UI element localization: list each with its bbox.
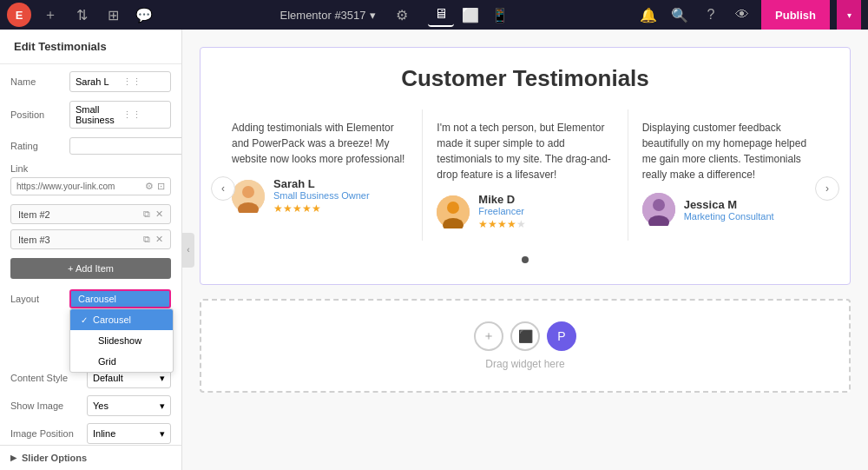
name-label: Name: [10, 76, 62, 87]
drag-widget-text: Drag widget here: [485, 358, 564, 370]
slider-options-footer[interactable]: Slider Options: [0, 445, 181, 470]
svg-point-7: [653, 199, 665, 211]
layout-option-slideshow[interactable]: Slideshow: [70, 330, 173, 351]
testimonial-footer-2: Mike D Freelancer ★★★★★: [437, 193, 613, 230]
drag-widget-area[interactable]: ＋ ⬛ P Drag widget here: [200, 299, 851, 393]
desktop-btn[interactable]: 🖥: [428, 3, 454, 27]
testimonial-role-1: Small Business Owner: [273, 190, 370, 201]
testimonial-text-2: I'm not a tech person, but Elementor mad…: [437, 120, 613, 182]
testimonial-card-1: Adding testimonials with Elementor and P…: [218, 109, 423, 241]
testimonial-card-2: I'm not a tech person, but Elementor mad…: [423, 109, 628, 241]
add-widget-icon[interactable]: ＋: [474, 321, 503, 351]
top-bar-left: E ＋ ⇅ ⊞ 💬: [7, 3, 156, 27]
page-title[interactable]: Elementor #3517 ▾: [280, 9, 376, 22]
carousel-container: ‹ › Adding testimonials with Elementor a…: [218, 109, 832, 267]
link-settings-icon[interactable]: ⚙: [145, 181, 154, 192]
help-icon[interactable]: ?: [699, 3, 723, 27]
show-image-select[interactable]: Yes ▾: [87, 395, 171, 416]
content-style-label: Content Style: [10, 373, 80, 383]
publish-dropdown-arrow[interactable]: ▾: [837, 0, 861, 30]
canvas-inner: Customer Testimonials ‹ › Adding testimo…: [182, 30, 868, 470]
name-field-row: Name Sarah L ⋮⋮: [10, 71, 171, 92]
prev-arrow[interactable]: ‹: [211, 176, 235, 201]
testimonial-name-3: Jessica M: [684, 198, 774, 211]
position-field-row: Position Small Business ⋮⋮: [10, 101, 171, 129]
image-position-select[interactable]: Inline ▾: [87, 423, 171, 444]
add-item-button[interactable]: + Add Item: [10, 258, 171, 279]
sidebar-content: Name Sarah L ⋮⋮ Position Small Business …: [0, 64, 181, 445]
item-3-label: Item #3: [18, 235, 138, 245]
testimonial-text-3: Displaying customer feedback beautifully…: [642, 120, 819, 182]
history-icon[interactable]: ⇅: [69, 3, 94, 27]
items-section: Item #2 ⧉ ✕ Item #3 ⧉ ✕: [10, 204, 171, 249]
show-image-label: Show Image: [10, 400, 80, 411]
show-image-row: Show Image Yes ▾: [10, 395, 171, 416]
powerpack-icon[interactable]: P: [547, 321, 576, 351]
testimonial-info-3: Jessica M Marketing Consultant: [684, 198, 774, 222]
testimonial-footer-3: Jessica M Marketing Consultant: [642, 193, 819, 226]
rating-input[interactable]: 5: [69, 137, 181, 155]
stars-2: ★★★★★: [478, 218, 526, 230]
link-label: Link: [10, 163, 171, 174]
image-position-row: Image Position Inline ▾: [10, 423, 171, 444]
sidebar: Edit Testimonials Name Sarah L ⋮⋮ Positi…: [0, 30, 182, 470]
name-input[interactable]: Sarah L ⋮⋮: [69, 71, 171, 92]
canvas: ‹ Customer Testimonials ‹ › Adding testi…: [182, 30, 868, 470]
layout-row: Layout Carousel: [10, 289, 171, 308]
rating-field-row: Rating 5: [10, 137, 171, 155]
testimonial-name-2: Mike D: [478, 193, 526, 206]
carousel-dots: [218, 251, 832, 267]
device-switcher: 🖥 ⬜ 📱: [428, 3, 513, 27]
publish-button[interactable]: Publish: [761, 0, 830, 30]
next-arrow[interactable]: ›: [815, 176, 839, 201]
testimonials-widget[interactable]: Customer Testimonials ‹ › Adding testimo…: [200, 47, 851, 285]
position-label: Position: [10, 109, 62, 120]
chat-icon[interactable]: 💬: [132, 3, 156, 27]
link-field-row: Link https://www.your-link.com ⚙ ⊡: [10, 163, 171, 195]
settings-icon[interactable]: ⚙: [390, 3, 414, 27]
add-icon[interactable]: ＋: [38, 3, 62, 27]
testimonial-footer-1: Sarah L Small Business Owner ★★★★★: [232, 177, 408, 215]
image-position-label: Image Position: [10, 428, 80, 439]
avatar-sarah: [232, 180, 265, 213]
link-external-icon[interactable]: ⊡: [157, 181, 165, 192]
layers-icon[interactable]: ⊞: [101, 3, 125, 27]
position-input[interactable]: Small Business ⋮⋮: [69, 101, 171, 129]
sidebar-collapse-toggle[interactable]: ‹: [182, 233, 194, 268]
link-input[interactable]: https://www.your-link.com ⚙ ⊡: [10, 177, 171, 195]
testimonial-text-1: Adding testimonials with Elementor and P…: [232, 120, 408, 167]
drag-widget-icons: ＋ ⬛ P: [474, 321, 576, 351]
svg-point-4: [447, 202, 459, 214]
mobile-btn[interactable]: 📱: [487, 3, 513, 27]
testimonial-name-1: Sarah L: [273, 177, 370, 190]
dot-1[interactable]: [522, 256, 529, 263]
item-2-row: Item #2 ⧉ ✕: [10, 204, 171, 224]
testimonial-role-2: Freelancer: [478, 206, 526, 216]
layout-dropdown[interactable]: Carousel: [69, 289, 171, 308]
bell-icon[interactable]: 🔔: [636, 3, 661, 27]
layout-option-grid[interactable]: Grid: [70, 351, 173, 372]
template-icon[interactable]: ⬛: [510, 321, 540, 351]
testimonial-info-1: Sarah L Small Business Owner ★★★★★: [273, 177, 370, 215]
layout-option-carousel[interactable]: ✓ Carousel: [70, 309, 173, 330]
drag-icon: ⋮⋮: [122, 76, 166, 88]
item-3-delete-icon[interactable]: ✕: [155, 234, 163, 245]
item-3-copy-icon[interactable]: ⧉: [143, 234, 150, 245]
avatar-mike: [437, 195, 470, 228]
eye-icon[interactable]: 👁: [730, 3, 754, 27]
sidebar-header: Edit Testimonials: [0, 30, 181, 64]
elementor-logo[interactable]: E: [7, 3, 31, 27]
testimonial-info-2: Mike D Freelancer ★★★★★: [478, 193, 526, 230]
item-2-copy-icon[interactable]: ⧉: [143, 209, 150, 220]
layout-section: Layout Carousel ✓ Carousel Slideshow: [10, 289, 171, 308]
layout-label: Layout: [10, 294, 62, 304]
item-2-delete-icon[interactable]: ✕: [155, 209, 163, 220]
tablet-btn[interactable]: ⬜: [457, 3, 483, 27]
item-2-label: Item #2: [18, 209, 138, 220]
rating-label: Rating: [10, 141, 62, 151]
search-icon[interactable]: 🔍: [667, 3, 692, 27]
drag-icon2: ⋮⋮: [122, 109, 166, 121]
stars-1: ★★★★★: [273, 202, 370, 215]
svg-point-1: [242, 186, 254, 198]
testimonial-role-3: Marketing Consultant: [684, 211, 774, 222]
